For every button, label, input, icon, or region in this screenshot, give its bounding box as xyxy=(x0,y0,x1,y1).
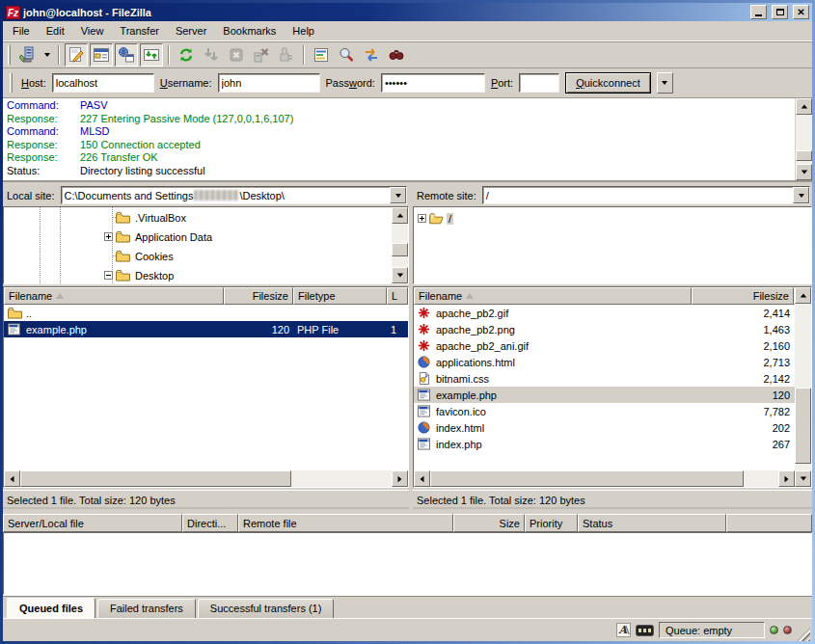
menu-item-server[interactable]: Server xyxy=(168,22,214,40)
message-log-scrollbar[interactable] xyxy=(796,98,812,180)
file-row-apache-pb2-png[interactable]: apache_pb2.png1,463 xyxy=(414,321,795,337)
directory-comparison-button[interactable] xyxy=(335,43,358,67)
file-row-example-php[interactable]: example.php120PHP File1 xyxy=(4,321,408,337)
port-field[interactable] xyxy=(519,73,559,93)
scroll-track[interactable] xyxy=(20,470,392,487)
synchronized-browsing-button[interactable] xyxy=(360,43,383,67)
scroll-thumb[interactable] xyxy=(795,388,811,465)
menu-item-edit[interactable]: Edit xyxy=(39,22,72,40)
expand-plus-icon[interactable] xyxy=(418,214,426,223)
tree-item-cookies[interactable]: Cookies xyxy=(104,248,392,264)
quickconnect-grip[interactable] xyxy=(10,73,13,93)
scroll-down-button[interactable] xyxy=(795,470,811,487)
column-header-l[interactable]: L xyxy=(387,287,408,305)
scroll-up-button[interactable] xyxy=(795,287,811,304)
tree-item-root[interactable]: / xyxy=(418,210,453,227)
column-header-filename[interactable]: Filename xyxy=(4,287,224,305)
scroll-down-button[interactable] xyxy=(392,267,408,283)
scroll-thumb[interactable] xyxy=(392,243,408,256)
scroll-track[interactable] xyxy=(392,224,408,267)
tree-item-application-data[interactable]: Application Data xyxy=(104,228,392,245)
tree-item-desktop[interactable]: Desktop xyxy=(104,267,392,283)
scroll-thumb[interactable] xyxy=(796,150,812,161)
remote-list-scrollbar[interactable] xyxy=(795,287,811,487)
maximize-button[interactable] xyxy=(772,5,788,19)
file-cell-name: .. xyxy=(4,307,224,319)
scroll-right-button[interactable] xyxy=(778,470,795,487)
file-row-bitnami-css[interactable]: bitnami.css2,142 xyxy=(414,370,795,387)
scroll-down-button[interactable] xyxy=(796,164,812,180)
queue-column-priority[interactable]: Priority xyxy=(525,514,578,532)
menu-item-file[interactable]: File xyxy=(5,22,38,40)
search-files-button[interactable] xyxy=(385,43,408,67)
password-field[interactable] xyxy=(381,73,485,93)
local-directory-tree[interactable]: .VirtualBoxApplication DataCookiesDeskto… xyxy=(4,207,392,283)
close-button[interactable]: ✕ xyxy=(793,5,809,19)
scroll-right-button[interactable] xyxy=(392,470,408,487)
scroll-thumb[interactable] xyxy=(20,470,291,487)
synchronized-browsing-icon xyxy=(363,46,380,64)
menu-item-bookmarks[interactable]: Bookmarks xyxy=(215,22,284,40)
toggle-local-treeview-button[interactable] xyxy=(90,43,113,67)
menu-item-view[interactable]: View xyxy=(73,22,112,40)
site-manager-button[interactable] xyxy=(15,43,39,67)
queue-column-remote-file[interactable]: Remote file xyxy=(238,514,453,532)
minimize-button[interactable] xyxy=(750,5,767,19)
site-manager-dropdown-icon[interactable] xyxy=(41,44,53,66)
queue-list[interactable] xyxy=(3,532,812,595)
local-path-dropdown-button[interactable] xyxy=(390,187,406,203)
toggle-transfer-queue-button[interactable] xyxy=(140,43,163,67)
file-row-applications-html[interactable]: applications.html2,713 xyxy=(414,354,795,370)
queue-column-size[interactable]: Size xyxy=(453,514,525,532)
tab-queued-files[interactable]: Queued files xyxy=(7,598,95,618)
column-header-label: Filesize xyxy=(753,290,789,302)
resize-grip[interactable] xyxy=(797,628,810,641)
remote-directory-tree[interactable]: / xyxy=(414,207,811,283)
queue-column-status[interactable]: Status xyxy=(578,514,726,532)
column-header-filesize[interactable]: Filesize xyxy=(692,287,794,305)
file-row-index-php[interactable]: index.php267 xyxy=(414,436,795,452)
column-header-filesize[interactable]: Filesize xyxy=(224,287,293,305)
file-row-favicon-ico[interactable]: favicon.ico7,782 xyxy=(414,403,795,419)
scroll-track[interactable] xyxy=(430,470,778,487)
expand-plus-icon[interactable] xyxy=(104,232,113,241)
scroll-left-button[interactable] xyxy=(414,470,430,487)
scroll-thumb[interactable] xyxy=(430,470,744,487)
quickconnect-button[interactable]: Quickconnect xyxy=(565,72,651,94)
menu-item-help[interactable]: Help xyxy=(285,22,322,40)
column-header-filename[interactable]: Filename xyxy=(414,287,692,305)
tree-item-virtualbox[interactable]: .VirtualBox xyxy=(104,209,392,226)
file-row-[interactable]: .. xyxy=(4,305,408,321)
filter-button[interactable] xyxy=(310,43,333,67)
local-site-combobox[interactable]: C:\Documents and Settings\Desktop\ xyxy=(61,186,407,204)
tab-failed-transfers[interactable]: Failed transfers xyxy=(97,599,196,618)
tab-successful-transfers-1[interactable]: Successful transfers (1) xyxy=(198,599,335,618)
toggle-remote-treeview-button[interactable] xyxy=(115,43,138,67)
host-field[interactable] xyxy=(52,73,154,93)
file-row-apache-pb2-ani-gif[interactable]: apache_pb2_ani.gif2,160 xyxy=(414,337,795,354)
scroll-track[interactable] xyxy=(796,115,812,164)
queue-column-directi[interactable]: Directi... xyxy=(182,514,238,532)
file-row-apache-pb2-gif[interactable]: apache_pb2.gif2,414 xyxy=(414,305,795,321)
scroll-up-button[interactable] xyxy=(392,207,408,224)
file-row-example-php[interactable]: example.php120 xyxy=(414,387,795,403)
scroll-left-button[interactable] xyxy=(4,470,20,487)
local-tree-scrollbar[interactable] xyxy=(392,207,408,283)
local-horizontal-scrollbar[interactable] xyxy=(4,470,408,487)
filename-text: index.html xyxy=(436,422,484,434)
toggle-message-log-button[interactable] xyxy=(65,43,88,67)
username-field[interactable] xyxy=(218,73,320,93)
queue-column-server-local-file[interactable]: Server/Local file xyxy=(3,514,182,532)
remote-site-combobox[interactable]: / xyxy=(482,186,810,204)
file-row-index-html[interactable]: index.html202 xyxy=(414,419,795,436)
remote-path-dropdown-button[interactable] xyxy=(793,187,809,203)
toolbar-grip[interactable] xyxy=(8,45,11,65)
scroll-track[interactable] xyxy=(795,304,811,470)
collapse-minus-icon[interactable] xyxy=(104,271,113,280)
remote-horizontal-scrollbar[interactable] xyxy=(414,470,795,487)
quickconnect-dropdown-button[interactable] xyxy=(657,72,673,94)
scroll-up-button[interactable] xyxy=(796,98,812,115)
menu-item-transfer[interactable]: Transfer xyxy=(112,22,167,40)
refresh-button[interactable] xyxy=(175,43,198,67)
column-header-filetype[interactable]: Filetype xyxy=(293,287,387,305)
